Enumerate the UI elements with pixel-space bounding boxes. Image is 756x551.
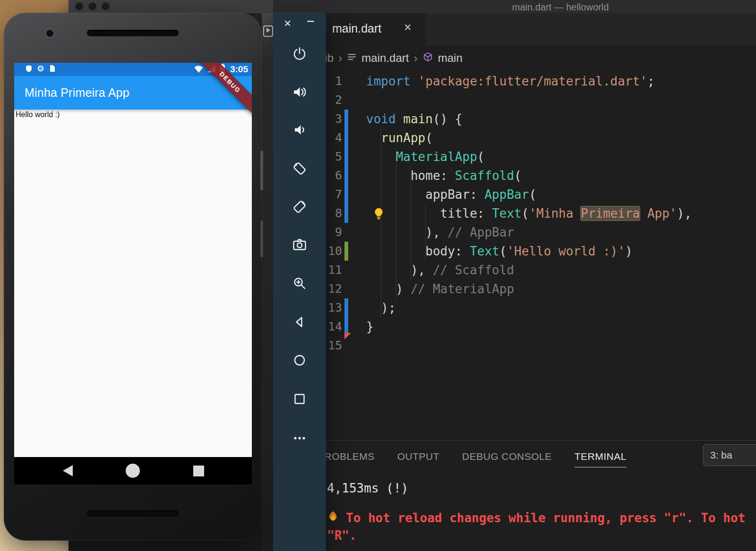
close-window-button[interactable]: [75, 2, 83, 10]
gutter-deleted-marker: [344, 333, 351, 352]
line-number[interactable]: 5: [325, 147, 342, 166]
line-number[interactable]: 2: [325, 91, 342, 110]
line-number[interactable]: 14: [325, 317, 342, 336]
power-icon[interactable]: [292, 46, 308, 62]
line-number[interactable]: 12: [325, 280, 342, 298]
more-icon[interactable]: [292, 430, 308, 446]
code-line[interactable]: 5 MaterialApp(: [325, 147, 756, 166]
line-number[interactable]: 11: [325, 261, 342, 280]
code-line[interactable]: 12 ) // MaterialApp: [325, 280, 756, 298]
debug-banner-wrap: DEBUG: [198, 63, 252, 117]
line-number[interactable]: 15: [325, 336, 342, 355]
phone-screen[interactable]: 3:05 Minha Primeira App Hello world :) D…: [14, 63, 252, 484]
nav-back-icon[interactable]: [63, 465, 73, 476]
breadcrumb-symbol[interactable]: main: [438, 51, 463, 65]
code-token: (: [477, 150, 485, 164]
volume-rocker[interactable]: [260, 151, 263, 190]
code-line[interactable]: 9 ), // AppBar: [325, 223, 756, 242]
camera-icon[interactable]: [292, 237, 308, 253]
code-lines[interactable]: 1import 'package:flutter/material.dart';…: [325, 72, 756, 440]
code-line[interactable]: 8 title: Text('Minha Primeira App'),: [325, 204, 756, 223]
front-camera: [46, 30, 53, 37]
code-text: }: [366, 317, 374, 336]
code-line[interactable]: 11 ), // Scaffold: [325, 261, 756, 280]
magnifier-icon[interactable]: [292, 275, 308, 291]
line-number[interactable]: 3: [325, 110, 342, 128]
minimize-window-button[interactable]: [88, 2, 96, 10]
gutter-added-marker: [344, 242, 348, 261]
notification-icon: [26, 65, 32, 74]
line-number[interactable]: 10: [325, 242, 342, 261]
code-editor[interactable]: 1import 'package:flutter/material.dart';…: [325, 72, 756, 440]
line-number[interactable]: 8: [325, 204, 342, 223]
code-line[interactable]: 14}: [325, 317, 756, 336]
code-token: );: [366, 301, 396, 315]
tab-output[interactable]: OUTPUT: [397, 451, 439, 467]
code-token: (: [425, 131, 433, 145]
circle-icon: [37, 65, 44, 74]
code-line[interactable]: 2: [325, 91, 756, 110]
emulator-close-icon[interactable]: ×: [284, 17, 291, 29]
code-token: [366, 150, 396, 164]
code-token: AppBar: [484, 187, 529, 202]
line-number[interactable]: 1: [325, 72, 342, 91]
breadcrumb-file[interactable]: main.dart: [361, 51, 409, 65]
breadcrumb: lib › main.dart › main: [322, 45, 463, 71]
tab-close-icon[interactable]: ×: [404, 20, 412, 35]
gutter-modified-marker: [344, 128, 348, 147]
code-text: ), // Scaffold: [366, 261, 514, 280]
code-token: :: [470, 187, 484, 202]
code-token: Text: [470, 244, 499, 258]
tab-problems[interactable]: PROBLEMS: [318, 451, 375, 467]
code-text: appBar: AppBar(: [366, 185, 536, 204]
volume-up-icon[interactable]: [292, 84, 308, 100]
bottom-speaker: [87, 510, 179, 517]
code-token: Text: [492, 206, 522, 220]
nav-home-icon[interactable]: [126, 464, 140, 478]
overview-icon[interactable]: [292, 391, 308, 407]
code-line[interactable]: 1import 'package:flutter/material.dart';: [325, 72, 756, 91]
fire-icon: [327, 509, 339, 526]
rotate-right-icon[interactable]: [292, 199, 308, 215]
code-line[interactable]: 3void main() {: [325, 110, 756, 128]
code-token: :: [477, 206, 492, 220]
code-line[interactable]: 4 runApp(: [325, 128, 756, 147]
tab-debug-console[interactable]: DEBUG CONSOLE: [462, 451, 552, 467]
code-text: runApp(: [366, 128, 433, 147]
line-number[interactable]: 7: [325, 185, 342, 204]
nav-overview-icon[interactable]: [193, 466, 204, 476]
code-text: MaterialApp(: [366, 147, 484, 166]
terminal-output-line: "R".: [327, 528, 357, 543]
line-number[interactable]: 4: [325, 128, 342, 147]
terminal-selector-dropdown[interactable]: 3: ba: [703, 444, 756, 466]
emulator-minimize-icon[interactable]: −: [307, 15, 315, 28]
code-token: // Scaffold: [433, 263, 514, 277]
code-token: MaterialApp: [396, 150, 477, 164]
line-number[interactable]: 6: [325, 166, 342, 185]
window-title: main.dart — helloworld: [512, 2, 609, 13]
gutter-modified-marker: [344, 147, 348, 166]
code-token: App': [640, 206, 677, 220]
code-line[interactable]: 13 );: [325, 298, 756, 317]
volume-down-icon[interactable]: [292, 122, 308, 138]
home-icon[interactable]: [292, 352, 308, 368]
maximize-window-button[interactable]: [102, 2, 110, 10]
code-line[interactable]: 6 home: Scaffold(: [325, 166, 756, 185]
code-token: main: [403, 112, 433, 126]
tab-terminal[interactable]: TERMINAL: [575, 451, 627, 467]
gutter-modified-marker: [344, 204, 348, 223]
back-icon[interactable]: [292, 314, 308, 330]
code-line[interactable]: 10 body: Text('Hello world :)'): [325, 242, 756, 261]
code-text: body: Text('Hello world :)'): [366, 242, 633, 261]
power-button[interactable]: [260, 220, 263, 257]
status-left-icons: [26, 65, 55, 74]
line-number[interactable]: 9: [325, 223, 342, 242]
code-line[interactable]: 7 appBar: AppBar(: [325, 185, 756, 204]
code-token: [411, 74, 418, 88]
line-number[interactable]: 13: [325, 298, 342, 317]
gutter-modified-marker: [344, 166, 348, 185]
rotate-left-icon[interactable]: [292, 161, 308, 177]
code-line[interactable]: 15: [325, 336, 756, 355]
code-token: Scaffold: [455, 169, 514, 183]
code-text: title: Text('Minha Primeira App'),: [366, 204, 692, 223]
